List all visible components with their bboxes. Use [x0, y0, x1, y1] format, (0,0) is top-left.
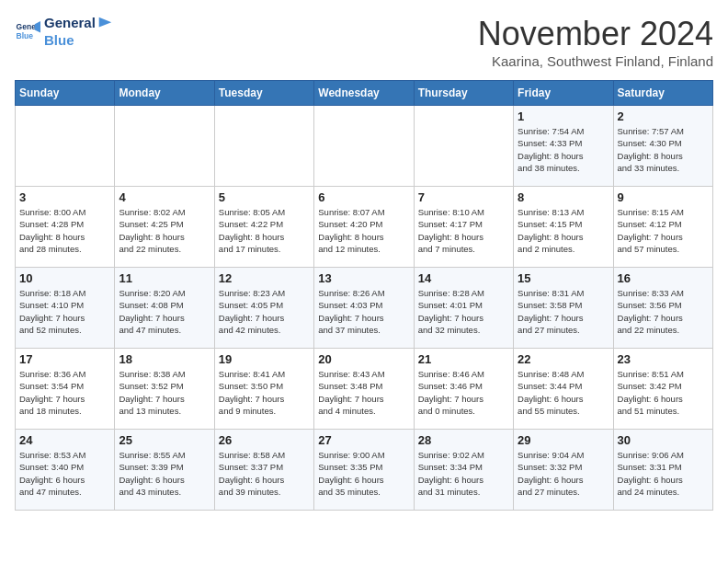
day-number: 1	[518, 109, 609, 123]
day-info: Sunrise: 8:33 AM Sunset: 3:56 PM Dayligh…	[618, 287, 709, 336]
svg-marker-4	[99, 17, 112, 28]
weekday-header: Monday	[115, 81, 214, 106]
calendar-cell: 18Sunrise: 8:38 AM Sunset: 3:52 PM Dayli…	[115, 349, 214, 430]
calendar-cell: 17Sunrise: 8:36 AM Sunset: 3:54 PM Dayli…	[16, 349, 115, 430]
day-info: Sunrise: 9:06 AM Sunset: 3:31 PM Dayligh…	[618, 449, 709, 498]
day-info: Sunrise: 8:00 AM Sunset: 4:28 PM Dayligh…	[19, 206, 110, 255]
day-number: 2	[618, 109, 709, 123]
day-number: 8	[518, 190, 609, 204]
calendar-cell: 23Sunrise: 8:51 AM Sunset: 3:42 PM Dayli…	[613, 349, 712, 430]
calendar-cell: 6Sunrise: 8:07 AM Sunset: 4:20 PM Daylig…	[314, 187, 414, 268]
day-number: 25	[119, 433, 210, 447]
day-number: 7	[418, 190, 509, 204]
calendar-cell	[314, 106, 414, 187]
calendar-cell: 28Sunrise: 9:02 AM Sunset: 3:34 PM Dayli…	[414, 430, 513, 511]
day-number: 3	[19, 190, 110, 204]
day-info: Sunrise: 8:18 AM Sunset: 4:10 PM Dayligh…	[19, 287, 110, 336]
day-number: 29	[518, 433, 609, 447]
calendar-cell: 29Sunrise: 9:04 AM Sunset: 3:32 PM Dayli…	[514, 430, 613, 511]
day-info: Sunrise: 8:48 AM Sunset: 3:44 PM Dayligh…	[518, 368, 609, 417]
day-info: Sunrise: 9:02 AM Sunset: 3:34 PM Dayligh…	[418, 449, 509, 498]
day-number: 13	[318, 271, 409, 285]
day-number: 26	[219, 433, 310, 447]
day-info: Sunrise: 8:10 AM Sunset: 4:17 PM Dayligh…	[418, 206, 509, 255]
calendar-cell: 19Sunrise: 8:41 AM Sunset: 3:50 PM Dayli…	[214, 349, 313, 430]
calendar-cell: 30Sunrise: 9:06 AM Sunset: 3:31 PM Dayli…	[613, 430, 712, 511]
calendar-cell: 26Sunrise: 8:58 AM Sunset: 3:37 PM Dayli…	[214, 430, 313, 511]
calendar-cell	[214, 106, 313, 187]
day-info: Sunrise: 8:20 AM Sunset: 4:08 PM Dayligh…	[119, 287, 210, 336]
day-info: Sunrise: 8:26 AM Sunset: 4:03 PM Dayligh…	[318, 287, 409, 336]
title-block: November 2024 Kaarina, Southwest Finland…	[478, 15, 713, 69]
day-number: 24	[19, 433, 110, 447]
calendar-cell: 22Sunrise: 8:48 AM Sunset: 3:44 PM Dayli…	[514, 349, 613, 430]
day-number: 15	[518, 271, 609, 285]
calendar-cell: 27Sunrise: 9:00 AM Sunset: 3:35 PM Dayli…	[314, 430, 414, 511]
calendar-cell: 7Sunrise: 8:10 AM Sunset: 4:17 PM Daylig…	[414, 187, 513, 268]
day-info: Sunrise: 8:55 AM Sunset: 3:39 PM Dayligh…	[119, 449, 210, 498]
calendar-week-row: 17Sunrise: 8:36 AM Sunset: 3:54 PM Dayli…	[16, 349, 713, 430]
day-info: Sunrise: 9:00 AM Sunset: 3:35 PM Dayligh…	[318, 449, 409, 498]
day-number: 19	[219, 352, 310, 366]
day-number: 21	[418, 352, 509, 366]
day-number: 4	[119, 190, 210, 204]
calendar-cell: 11Sunrise: 8:20 AM Sunset: 4:08 PM Dayli…	[115, 268, 214, 349]
day-number: 30	[618, 433, 709, 447]
logo: General Blue General Blue	[15, 15, 113, 48]
day-number: 9	[618, 190, 709, 204]
weekday-header: Tuesday	[214, 81, 313, 106]
day-number: 28	[418, 433, 509, 447]
day-info: Sunrise: 8:31 AM Sunset: 3:58 PM Dayligh…	[518, 287, 609, 336]
weekday-header-row: SundayMondayTuesdayWednesdayThursdayFrid…	[16, 81, 713, 106]
logo-icon: General Blue	[15, 18, 40, 44]
logo-text: General Blue	[44, 15, 113, 48]
calendar-cell: 20Sunrise: 8:43 AM Sunset: 3:48 PM Dayli…	[314, 349, 414, 430]
month-title: November 2024	[478, 15, 713, 53]
weekday-header: Sunday	[16, 81, 115, 106]
calendar-cell: 10Sunrise: 8:18 AM Sunset: 4:10 PM Dayli…	[16, 268, 115, 349]
day-info: Sunrise: 8:28 AM Sunset: 4:01 PM Dayligh…	[418, 287, 509, 336]
day-info: Sunrise: 8:36 AM Sunset: 3:54 PM Dayligh…	[19, 368, 110, 417]
calendar-cell: 9Sunrise: 8:15 AM Sunset: 4:12 PM Daylig…	[613, 187, 712, 268]
calendar-cell: 16Sunrise: 8:33 AM Sunset: 3:56 PM Dayli…	[613, 268, 712, 349]
day-number: 18	[119, 352, 210, 366]
day-number: 11	[119, 271, 210, 285]
day-info: Sunrise: 8:13 AM Sunset: 4:15 PM Dayligh…	[518, 206, 609, 255]
day-info: Sunrise: 8:15 AM Sunset: 4:12 PM Dayligh…	[618, 206, 709, 255]
calendar-cell	[115, 106, 214, 187]
day-number: 22	[518, 352, 609, 366]
day-info: Sunrise: 8:51 AM Sunset: 3:42 PM Dayligh…	[618, 368, 709, 417]
day-number: 14	[418, 271, 509, 285]
weekday-header: Wednesday	[314, 81, 414, 106]
day-info: Sunrise: 8:43 AM Sunset: 3:48 PM Dayligh…	[318, 368, 409, 417]
calendar-cell: 1Sunrise: 7:54 AM Sunset: 4:33 PM Daylig…	[514, 106, 613, 187]
calendar-week-row: 3Sunrise: 8:00 AM Sunset: 4:28 PM Daylig…	[16, 187, 713, 268]
calendar-cell: 24Sunrise: 8:53 AM Sunset: 3:40 PM Dayli…	[16, 430, 115, 511]
calendar-cell: 12Sunrise: 8:23 AM Sunset: 4:05 PM Dayli…	[214, 268, 313, 349]
day-info: Sunrise: 8:05 AM Sunset: 4:22 PM Dayligh…	[219, 206, 310, 255]
calendar-week-row: 10Sunrise: 8:18 AM Sunset: 4:10 PM Dayli…	[16, 268, 713, 349]
calendar-cell: 21Sunrise: 8:46 AM Sunset: 3:46 PM Dayli…	[414, 349, 513, 430]
day-number: 23	[618, 352, 709, 366]
day-info: Sunrise: 7:57 AM Sunset: 4:30 PM Dayligh…	[618, 125, 709, 174]
calendar-cell: 4Sunrise: 8:02 AM Sunset: 4:25 PM Daylig…	[115, 187, 214, 268]
svg-text:Blue: Blue	[17, 31, 34, 40]
day-info: Sunrise: 7:54 AM Sunset: 4:33 PM Dayligh…	[518, 125, 609, 174]
day-number: 16	[618, 271, 709, 285]
day-info: Sunrise: 8:23 AM Sunset: 4:05 PM Dayligh…	[219, 287, 310, 336]
page-header: General Blue General Blue November 2024 …	[15, 15, 713, 69]
calendar-table: SundayMondayTuesdayWednesdayThursdayFrid…	[15, 80, 713, 511]
weekday-header: Thursday	[414, 81, 513, 106]
calendar-week-row: 1Sunrise: 7:54 AM Sunset: 4:33 PM Daylig…	[16, 106, 713, 187]
calendar-cell: 8Sunrise: 8:13 AM Sunset: 4:15 PM Daylig…	[514, 187, 613, 268]
calendar-cell: 15Sunrise: 8:31 AM Sunset: 3:58 PM Dayli…	[514, 268, 613, 349]
logo-flag-icon	[97, 16, 113, 32]
day-number: 5	[219, 190, 310, 204]
day-number: 12	[219, 271, 310, 285]
day-info: Sunrise: 8:02 AM Sunset: 4:25 PM Dayligh…	[119, 206, 210, 255]
calendar-cell: 13Sunrise: 8:26 AM Sunset: 4:03 PM Dayli…	[314, 268, 414, 349]
day-number: 27	[318, 433, 409, 447]
day-number: 20	[318, 352, 409, 366]
weekday-header: Saturday	[613, 81, 712, 106]
day-info: Sunrise: 8:58 AM Sunset: 3:37 PM Dayligh…	[219, 449, 310, 498]
